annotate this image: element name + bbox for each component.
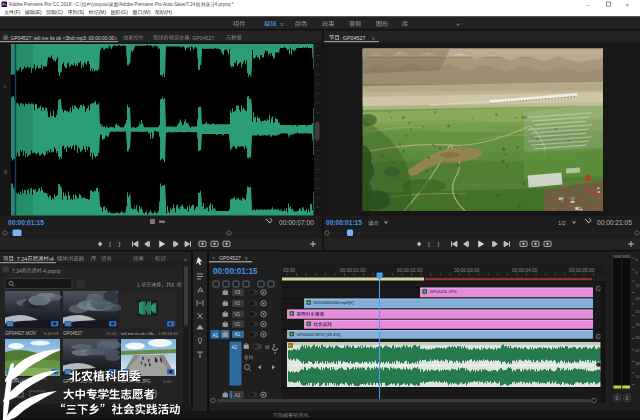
- svg-text:≡: ≡: [281, 21, 284, 27]
- svg-text:V3: V3: [235, 290, 241, 295]
- svg-text:GP04427.MOV: GP04427.MOV: [5, 331, 37, 336]
- svg-text:00:00:03:00: 00:00:03:00: [454, 268, 480, 273]
- svg-text:(F): (F): [14, 9, 21, 15]
- svg-text:(G): (G): [121, 9, 129, 15]
- svg-text:A1: A1: [213, 333, 219, 338]
- svg-text:S: S: [625, 396, 628, 401]
- svg-text:≡: ≡: [245, 255, 248, 261]
- svg-text:S: S: [615, 396, 618, 401]
- svg-text:00:00:07:00: 00:00:07:00: [279, 219, 314, 226]
- svg-text:}: }: [119, 241, 121, 247]
- svg-text::: :: [253, 355, 254, 360]
- svg-text:≡: ≡: [49, 256, 52, 262]
- svg-text:1/2: 1/2: [558, 220, 566, 226]
- svg-text:(E): (E): [35, 9, 42, 15]
- svg-text:6: 6: [636, 271, 638, 275]
- svg-text:30: 30: [636, 323, 640, 327]
- svg-text:24: 24: [636, 310, 640, 314]
- svg-text:Adobe Premiere Pro CC 2018 - C: Adobe Premiere Pro CC 2018 - C:/: [9, 2, 82, 7]
- svg-text:fx: fx: [289, 344, 292, 348]
- svg-text:A1: A1: [235, 332, 241, 337]
- svg-text:00:00:02:00: 00:00:02:00: [397, 268, 423, 273]
- svg-text:GP04416.JPG: GP04416.JPG: [430, 289, 457, 294]
- svg-text:GP04527: GP04527: [63, 331, 83, 336]
- svg-text:»: »: [456, 20, 460, 27]
- svg-text:00:00:01:15: 00:00:01:15: [8, 219, 44, 226]
- svg-text:×: ×: [212, 255, 215, 261]
- svg-text:/Adobe Premiere Pro Auto-Save/: /Adobe Premiere Pro Auto-Save/7.24: [118, 2, 196, 7]
- svg-text:00:00:01:15: 00:00:01:15: [326, 219, 362, 226]
- svg-text:A2: A2: [232, 345, 238, 350]
- svg-text:: GP04527: tell me its ok <3bd: : GP04527: tell me its ok <3bdr.mp3: 00:…: [8, 36, 115, 41]
- svg-text:GP04452.MOV [48.4%]: GP04452.MOV [48.4%]: [297, 332, 341, 337]
- svg-text:00:00:21:05: 00:00:21:05: [597, 219, 632, 226]
- svg-text:03224464440.mp4[V]: 03224464440.mp4[V]: [314, 300, 354, 305]
- svg-text:GP04527: GP04527: [219, 255, 241, 261]
- svg-text:Pr: Pr: [2, 2, 7, 7]
- svg-text:00:00:05:00: 00:00:05:00: [569, 268, 595, 273]
- svg-text:1: 1: [137, 282, 140, 288]
- svg-text:: GP04527: : GP04527: [189, 35, 214, 41]
- svg-text:42: 42: [636, 349, 640, 353]
- svg-text:{: {: [109, 241, 111, 247]
- svg-text:-4.prproj: -4.prproj: [42, 268, 61, 274]
- svg-text:(C): (C): [56, 9, 63, 15]
- svg-text:7.24: 7.24: [12, 268, 22, 274]
- svg-text:M: M: [265, 344, 269, 350]
- svg-text:≡: ≡: [372, 35, 375, 41]
- svg-text:}: }: [438, 241, 440, 247]
- svg-text:36: 36: [636, 336, 640, 340]
- svg-text:2:38:58:44: 2:38:58:44: [158, 331, 178, 336]
- svg-text:: 7.24: : 7.24: [14, 256, 27, 262]
- svg-text:(S): (S): [78, 9, 85, 15]
- svg-text:4.prproj *: 4.prproj *: [215, 2, 234, 7]
- svg-text:48: 48: [636, 362, 640, 366]
- svg-text:00:00:01:15: 00:00:01:15: [213, 267, 258, 276]
- svg-text:00:00: 00:00: [283, 268, 295, 273]
- svg-text:(H): (H): [165, 9, 172, 15]
- svg-text:00:00:01:00: 00:00:01:00: [340, 268, 366, 273]
- svg-text:V1: V1: [235, 312, 241, 317]
- svg-text:(W): (W): [142, 9, 150, 15]
- svg-text:: GP04527: : GP04527: [340, 35, 366, 41]
- svg-text:V1: V1: [235, 322, 241, 327]
- svg-text:»: »: [184, 256, 187, 262]
- svg-text:21:05: 21:05: [106, 331, 117, 336]
- svg-text:54: 54: [636, 375, 640, 379]
- svg-text:{: {: [428, 241, 430, 247]
- svg-text:5:05: 5:05: [163, 379, 172, 384]
- svg-text:A3: A3: [235, 393, 241, 398]
- svg-text:(M): (M): [99, 9, 107, 15]
- svg-text:tell me its ok <3b...: tell me its ok <3b...: [121, 331, 157, 336]
- svg-text:≡: ≡: [115, 35, 118, 41]
- svg-text:6: 6: [171, 282, 174, 288]
- svg-text:V2: V2: [235, 301, 241, 306]
- svg-text:6:40:09: 6:40:09: [44, 331, 59, 336]
- svg-text:12: 12: [636, 284, 640, 288]
- svg-text:18: 18: [636, 297, 640, 301]
- svg-text:00:00:04:00: 00:00:04:00: [512, 268, 538, 273]
- svg-text:/youyou/: /youyou/: [91, 2, 109, 7]
- svg-text:0: 0: [636, 258, 638, 262]
- svg-text:×: ×: [626, 2, 630, 8]
